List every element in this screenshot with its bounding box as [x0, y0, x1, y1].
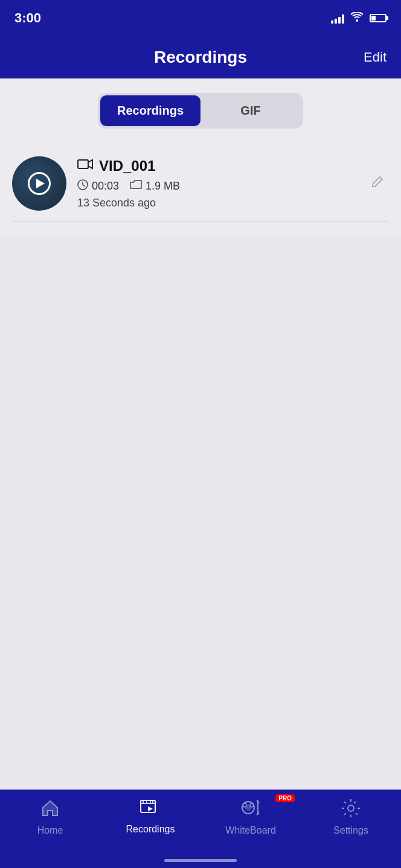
play-icon: [36, 179, 45, 188]
play-button[interactable]: [28, 172, 51, 195]
app-header: Recordings Edit: [0, 36, 401, 78]
recording-name: VID_001: [99, 158, 155, 174]
recording-meta: 00:03 1.9 MB: [77, 179, 355, 193]
recording-name-row: VID_001: [77, 158, 355, 174]
status-bar: 3:00: [0, 0, 401, 36]
recording-edit-button[interactable]: [366, 170, 389, 197]
nav-item-settings[interactable]: Settings: [301, 798, 401, 836]
svg-point-16: [348, 805, 354, 811]
recording-time-ago: 13 Seconds ago: [77, 197, 156, 209]
nav-label-home: Home: [37, 825, 63, 836]
nav-label-settings: Settings: [333, 825, 368, 836]
pro-badge: PRO: [275, 794, 295, 802]
nav-item-whiteboard[interactable]: PRO WhiteBoard: [200, 798, 301, 836]
clock-icon: [77, 179, 88, 193]
tab-switcher: Recordings GIF: [98, 93, 303, 129]
battery-icon: [370, 14, 387, 22]
signal-icon: [331, 13, 344, 24]
wifi-icon: [350, 12, 364, 25]
recordings-nav-icon: [140, 798, 161, 820]
page-title: Recordings: [154, 48, 247, 67]
recording-divider: [12, 222, 389, 222]
status-time: 3:00: [14, 10, 41, 26]
recording-size: 1.9 MB: [130, 180, 180, 193]
home-indicator: [164, 859, 237, 862]
nav-label-recordings: Recordings: [126, 824, 175, 835]
status-icons: [331, 12, 387, 25]
recording-info: VID_001 00:03: [77, 158, 355, 209]
settings-icon: [341, 798, 361, 822]
recording-duration: 00:03: [77, 179, 119, 193]
svg-marker-8: [148, 806, 153, 811]
duration-value: 00:03: [92, 180, 119, 193]
nav-label-whiteboard: WhiteBoard: [225, 825, 276, 836]
home-icon: [40, 798, 60, 822]
size-value: 1.9 MB: [146, 180, 180, 193]
content-area: Recordings GIF VID_001: [0, 78, 401, 237]
video-camera-icon: [77, 158, 93, 174]
recording-thumbnail[interactable]: [12, 156, 66, 211]
nav-item-home[interactable]: Home: [0, 798, 100, 836]
recording-list-item[interactable]: VID_001 00:03: [12, 145, 389, 222]
edit-button[interactable]: Edit: [364, 49, 387, 65]
tab-gif[interactable]: GIF: [200, 95, 301, 126]
tab-recordings[interactable]: Recordings: [100, 95, 200, 126]
folder-icon: [130, 180, 142, 193]
whiteboard-icon: [240, 798, 261, 822]
svg-rect-0: [78, 160, 88, 168]
nav-item-recordings[interactable]: Recordings: [100, 798, 200, 835]
bottom-nav: Home Recordings PRO: [0, 790, 401, 868]
